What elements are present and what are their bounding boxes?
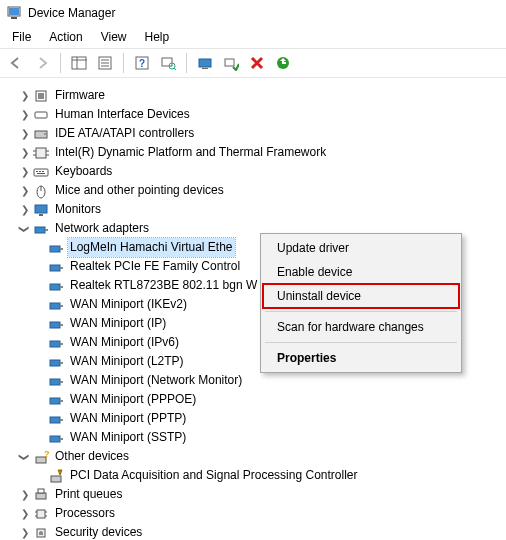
- tree-node-processors[interactable]: ❯ Processors: [4, 504, 504, 523]
- svg-rect-67: [36, 493, 46, 499]
- svg-rect-56: [50, 398, 60, 404]
- processor-icon: [33, 506, 49, 522]
- menu-help[interactable]: Help: [137, 28, 178, 46]
- chevron-right-icon[interactable]: ❯: [18, 127, 32, 141]
- tree-label: WAN Miniport (PPPOE): [68, 390, 198, 409]
- tree-node-wan-netmon[interactable]: WAN Miniport (Network Monitor): [4, 371, 504, 390]
- device-manager-icon: [6, 5, 22, 21]
- add-legacy-hardware-button[interactable]: [271, 52, 295, 74]
- svg-rect-48: [50, 322, 60, 328]
- chevron-right-icon[interactable]: ❯: [18, 507, 32, 521]
- tree-label: Monitors: [53, 200, 103, 219]
- chevron-right-icon[interactable]: ❯: [18, 146, 32, 160]
- tree-node-keyboards[interactable]: ❯ Keyboards: [4, 162, 504, 181]
- svg-rect-1: [11, 17, 17, 19]
- svg-rect-31: [39, 171, 41, 172]
- svg-rect-43: [60, 267, 63, 269]
- uninstall-device-button[interactable]: [245, 52, 269, 74]
- svg-rect-52: [50, 360, 60, 366]
- svg-point-23: [44, 133, 46, 135]
- forward-button[interactable]: [30, 52, 54, 74]
- tree-node-mice[interactable]: ❯ Mice and other pointing devices: [4, 181, 504, 200]
- toolbar-separator: [186, 53, 187, 73]
- context-enable-device[interactable]: Enable device: [263, 260, 459, 284]
- tree-node-wan-pptp[interactable]: WAN Miniport (PPTP): [4, 409, 504, 428]
- menu-file[interactable]: File: [4, 28, 39, 46]
- svg-rect-58: [50, 417, 60, 423]
- menu-action[interactable]: Action: [41, 28, 90, 46]
- svg-rect-55: [60, 381, 63, 383]
- tree-node-intel-dptf[interactable]: ❯ Intel(R) Dynamic Platform and Thermal …: [4, 143, 504, 162]
- svg-rect-38: [35, 227, 45, 233]
- context-properties[interactable]: Properties: [263, 346, 459, 370]
- network-adapter-icon: [48, 335, 64, 351]
- svg-rect-64: [51, 476, 61, 482]
- menu-view[interactable]: View: [93, 28, 135, 46]
- window-title: Device Manager: [28, 6, 115, 20]
- tree-node-wan-pppoe[interactable]: WAN Miniport (PPPOE): [4, 390, 504, 409]
- tree-label: WAN Miniport (L2TP): [68, 352, 186, 371]
- network-adapter-icon: [48, 411, 64, 427]
- tree-node-ide[interactable]: ❯ IDE ATA/ATAPI controllers: [4, 124, 504, 143]
- tree-node-other-devices[interactable]: ❯ ? Other devices: [4, 447, 504, 466]
- scan-hardware-button[interactable]: [156, 52, 180, 74]
- chevron-right-icon[interactable]: ❯: [18, 89, 32, 103]
- toolbar-separator: [123, 53, 124, 73]
- svg-rect-44: [50, 284, 60, 290]
- svg-line-14: [174, 68, 176, 70]
- enable-device-button[interactable]: [219, 52, 243, 74]
- svg-text:?: ?: [44, 449, 49, 459]
- svg-rect-37: [39, 214, 43, 216]
- tree-node-security[interactable]: ❯ Security devices: [4, 523, 504, 540]
- update-driver-button[interactable]: [193, 52, 217, 74]
- network-adapter-icon: [48, 297, 64, 313]
- tree-node-pci-daq[interactable]: ! PCI Data Acquisition and Signal Proces…: [4, 466, 504, 485]
- context-update-driver[interactable]: Update driver: [263, 236, 459, 260]
- tree-node-monitors[interactable]: ❯ Monitors: [4, 200, 504, 219]
- chevron-right-icon[interactable]: ❯: [18, 165, 32, 179]
- tree-label: Intel(R) Dynamic Platform and Thermal Fr…: [53, 143, 328, 162]
- tree-label: Realtek RTL8723BE 802.11 bgn W: [68, 276, 259, 295]
- mouse-icon: [33, 183, 49, 199]
- tree-node-firmware[interactable]: ❯ Firmware: [4, 86, 504, 105]
- firmware-icon: [33, 88, 49, 104]
- svg-rect-69: [37, 510, 45, 518]
- chevron-right-icon[interactable]: ❯: [18, 108, 32, 122]
- properties-button[interactable]: [93, 52, 117, 74]
- help-button[interactable]: ?: [130, 52, 154, 74]
- drive-icon: [33, 126, 49, 142]
- tree-label: WAN Miniport (IP): [68, 314, 168, 333]
- svg-rect-33: [37, 173, 45, 174]
- context-separator: [265, 311, 457, 312]
- svg-rect-46: [50, 303, 60, 309]
- svg-rect-29: [34, 169, 48, 176]
- tree-label: Keyboards: [53, 162, 114, 181]
- hid-icon: [33, 107, 49, 123]
- network-adapter-icon: [48, 430, 64, 446]
- svg-rect-49: [60, 324, 63, 326]
- chevron-right-icon[interactable]: ❯: [18, 184, 32, 198]
- toolbar-separator: [60, 53, 61, 73]
- network-adapters-icon: [33, 221, 49, 237]
- chevron-right-icon[interactable]: ❯: [18, 203, 32, 217]
- chevron-down-icon[interactable]: ❯: [18, 450, 32, 464]
- chevron-right-icon[interactable]: ❯: [18, 488, 32, 502]
- tree-label: Firmware: [53, 86, 107, 105]
- chip-icon: [33, 145, 49, 161]
- context-separator: [265, 342, 457, 343]
- svg-rect-24: [36, 148, 46, 158]
- tree-node-print-queues[interactable]: ❯ Print queues: [4, 485, 504, 504]
- back-button[interactable]: [4, 52, 28, 74]
- network-adapter-icon: [48, 392, 64, 408]
- context-menu: Update driver Enable device Uninstall de…: [260, 233, 462, 373]
- chevron-down-icon[interactable]: ❯: [18, 222, 32, 236]
- tree-label: Human Interface Devices: [53, 105, 192, 124]
- tree-node-wan-sstp[interactable]: WAN Miniport (SSTP): [4, 428, 504, 447]
- tree-label: Security devices: [53, 523, 144, 540]
- show-hide-tree-button[interactable]: [67, 52, 91, 74]
- tree-node-hid[interactable]: ❯ Human Interface Devices: [4, 105, 504, 124]
- context-scan-hardware[interactable]: Scan for hardware changes: [263, 315, 459, 339]
- svg-rect-17: [225, 59, 234, 66]
- context-uninstall-device[interactable]: Uninstall device: [263, 284, 459, 308]
- chevron-right-icon[interactable]: ❯: [18, 526, 32, 540]
